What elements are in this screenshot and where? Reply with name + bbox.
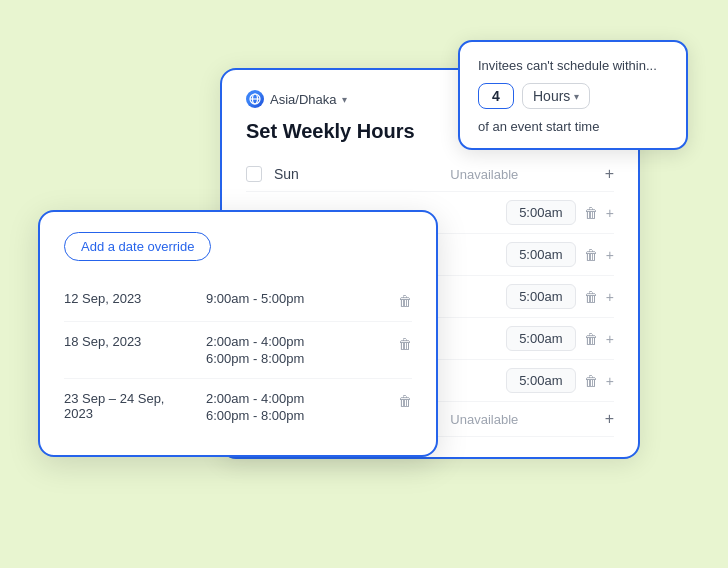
trash-icon[interactable]: 🗑: [584, 205, 598, 221]
time-badge-4: 5:00am: [506, 284, 576, 309]
tooltip-unit-label: Hours: [533, 88, 570, 104]
plus-icon-4[interactable]: +: [606, 289, 614, 305]
override-time-text-3a: 2:00am - 4:00pm: [206, 391, 386, 406]
tooltip-title: Invitees can't schedule within...: [478, 58, 668, 73]
timezone-label: Asia/Dhaka: [270, 92, 336, 107]
override-times-1: 9:00am - 5:00pm: [206, 291, 386, 306]
override-time-text-2a: 2:00am - 4:00pm: [206, 334, 386, 349]
override-date-1: 12 Sep, 2023: [64, 291, 194, 306]
plus-icon-3[interactable]: +: [606, 247, 614, 263]
override-trash-icon-2[interactable]: 🗑: [398, 336, 412, 352]
override-time-text-2b: 6:00pm - 8:00pm: [206, 351, 386, 366]
plus-icon-5[interactable]: +: [606, 331, 614, 347]
time-badge: 5:00am: [506, 200, 576, 225]
override-row-2: 18 Sep, 2023 2:00am - 4:00pm 6:00pm - 8:…: [64, 322, 412, 379]
trash-icon-5[interactable]: 🗑: [584, 331, 598, 347]
override-row-1: 12 Sep, 2023 9:00am - 5:00pm 🗑: [64, 279, 412, 322]
override-date-2: 18 Sep, 2023: [64, 334, 194, 349]
override-trash-icon-1[interactable]: 🗑: [398, 293, 412, 309]
override-time-text-3b: 6:00pm - 8:00pm: [206, 408, 386, 423]
plus-icon-6[interactable]: +: [606, 373, 614, 389]
tooltip-unit-select[interactable]: Hours ▾: [522, 83, 590, 109]
tooltip-controls: 4 Hours ▾: [478, 83, 668, 109]
day-row-sun: Sun Unavailable +: [246, 157, 614, 192]
sat-add-icon[interactable]: +: [605, 410, 614, 428]
sun-checkbox[interactable]: [246, 166, 262, 182]
date-override-card: Add a date override 12 Sep, 2023 9:00am …: [38, 210, 438, 457]
override-date-3: 23 Sep – 24 Sep,2023: [64, 391, 194, 421]
time-badge-6: 5:00am: [506, 368, 576, 393]
sun-label: Sun: [274, 166, 324, 182]
override-trash-icon-3[interactable]: 🗑: [398, 393, 412, 409]
invitees-tooltip-card: Invitees can't schedule within... 4 Hour…: [458, 40, 688, 150]
tooltip-footer: of an event start time: [478, 119, 668, 134]
timezone-chevron-icon: ▾: [342, 94, 347, 105]
override-times-2: 2:00am - 4:00pm 6:00pm - 8:00pm: [206, 334, 386, 366]
override-times-3: 2:00am - 4:00pm 6:00pm - 8:00pm: [206, 391, 386, 423]
tooltip-number[interactable]: 4: [478, 83, 514, 109]
add-date-override-button[interactable]: Add a date override: [64, 232, 211, 261]
trash-icon-4[interactable]: 🗑: [584, 289, 598, 305]
timezone-selector[interactable]: Asia/Dhaka ▾: [246, 90, 347, 108]
override-time-text-1: 9:00am - 5:00pm: [206, 291, 386, 306]
time-badge-5: 5:00am: [506, 326, 576, 351]
override-row-3: 23 Sep – 24 Sep,2023 2:00am - 4:00pm 6:0…: [64, 379, 412, 435]
sun-unavailable: Unavailable: [364, 167, 605, 182]
trash-icon-6[interactable]: 🗑: [584, 373, 598, 389]
trash-icon-3[interactable]: 🗑: [584, 247, 598, 263]
chevron-down-icon: ▾: [574, 91, 579, 102]
time-badge-3: 5:00am: [506, 242, 576, 267]
sun-add-icon[interactable]: +: [605, 165, 614, 183]
globe-icon: [246, 90, 264, 108]
plus-icon[interactable]: +: [606, 205, 614, 221]
